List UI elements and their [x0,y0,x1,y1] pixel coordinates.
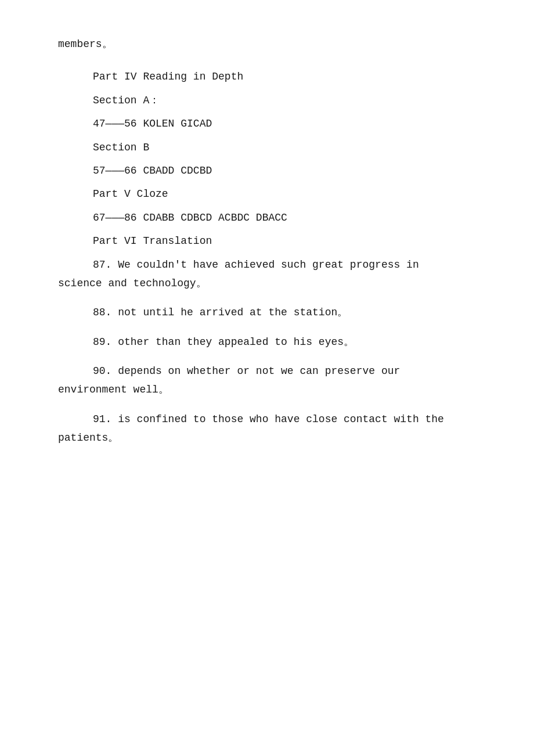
part4-heading: Part IV Reading in Depth [58,67,488,86]
translation-91-first: 91. is confined to those who have close … [58,410,488,429]
section-b-heading: Section B [58,138,488,157]
translation-88: 88. not until he arrived at the station。 [58,303,488,322]
part4-label: Part IV Reading in Depth [93,71,243,82]
members-text: members。 [58,38,113,50]
translation-89-text: 89. other than they appealed to his eyes… [58,333,488,351]
translation-91: 91. is confined to those who have close … [58,410,488,448]
translation-89: 89. other than they appealed to his eyes… [58,333,488,351]
part5-answer-text: 67———86 CDABB CDBCD ACBDC DBACC [93,212,287,224]
translation-90-first: 90. depends on whether or not we can pre… [58,362,488,380]
translation-88-text: 88. not until he arrived at the station。 [58,303,488,322]
translation-91-cont: patients。 [58,429,488,447]
part5-label: Part V Cloze [93,188,168,200]
translation-87-cont: science and technology。 [58,274,488,293]
translation-87: 87. We couldn't have achieved such great… [58,255,488,293]
translation-87-first: 87. We couldn't have achieved such great… [58,255,488,274]
part5-answers: 67———86 CDABB CDBCD ACBDC DBACC [58,208,488,227]
part6-label: Part VI Translation [93,235,212,247]
section-a-answers: 47———56 KOLEN GICAD [58,114,488,133]
members-line: members。 [58,35,488,53]
part5-heading: Part V Cloze [58,185,488,203]
translation-90-cont: environment well。 [58,380,488,399]
translation-90: 90. depends on whether or not we can pre… [58,362,488,399]
section-a-heading: Section A： [58,91,488,110]
section-b-answers: 57———66 CBADD CDCBD [58,161,488,180]
section-b-label: Section B [93,142,149,153]
section-a-label: Section A： [93,95,160,106]
section-b-answer-text: 57———66 CBADD CDCBD [93,165,212,177]
main-content: members。 Part IV Reading in Depth Sectio… [58,35,488,448]
section-a-answer-text: 47———56 KOLEN GICAD [93,118,212,129]
part6-heading: Part VI Translation [58,232,488,250]
